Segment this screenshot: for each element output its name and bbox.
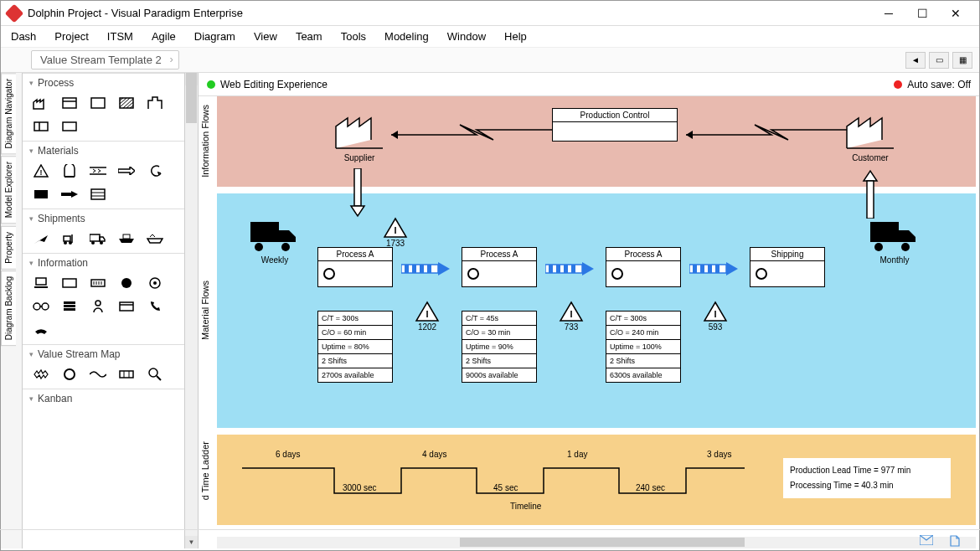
- stack-icon[interactable]: [61, 299, 78, 314]
- tab-diagram-backlog[interactable]: Diagram Backlog: [1, 270, 16, 346]
- production-control-box[interactable]: Production Control: [552, 108, 678, 142]
- hatched-box-icon[interactable]: [118, 95, 135, 111]
- fifo-lane-icon[interactable]: [90, 163, 106, 178]
- menu-help[interactable]: Help: [504, 30, 527, 43]
- card-icon[interactable]: [118, 299, 135, 314]
- tab-property[interactable]: Property: [1, 226, 16, 270]
- process-box-shipping[interactable]: Shipping: [750, 247, 825, 287]
- close-button[interactable]: ✕: [939, 2, 972, 25]
- process-box-3[interactable]: Process A: [606, 247, 681, 287]
- data-box-3[interactable]: C/T = 300s C/O = 240 min Uptime = 100% 2…: [606, 311, 681, 383]
- outside-source-icon[interactable]: [147, 95, 163, 111]
- data-cell-icon[interactable]: [33, 119, 49, 134]
- person-icon[interactable]: [90, 299, 106, 314]
- tab-model-explorer[interactable]: Model Explorer: [1, 156, 16, 224]
- withdrawal-loop-icon[interactable]: [147, 163, 163, 178]
- breadcrumb[interactable]: Value Stream Template 2: [31, 50, 179, 70]
- customer-factory[interactable]: [845, 115, 895, 150]
- go-see-icon[interactable]: [147, 367, 163, 382]
- inventory-4[interactable]: I 593: [703, 301, 728, 332]
- diagram-canvas[interactable]: Information Flows Material Flows d Time …: [199, 96, 979, 548]
- menu-agile[interactable]: Agile: [152, 30, 176, 43]
- svg-point-35: [42, 303, 49, 310]
- push-arrow-3[interactable]: [689, 260, 740, 277]
- palette-scroll-thumb[interactable]: [186, 73, 197, 123]
- wave-icon[interactable]: [90, 367, 106, 382]
- phone-icon[interactable]: [147, 299, 163, 314]
- lane-label-ladder: d Time Ladder: [200, 441, 210, 500]
- canvas-area: Web Editing Experience Auto save: Off In…: [199, 73, 979, 548]
- blank-box2-icon[interactable]: [61, 119, 78, 134]
- glasses-icon[interactable]: [33, 299, 49, 314]
- svg-point-43: [64, 369, 75, 379]
- ship-icon[interactable]: [118, 231, 135, 246]
- menu-view[interactable]: View: [254, 30, 277, 43]
- minimize-button[interactable]: ─: [872, 2, 905, 25]
- supermarket-icon[interactable]: [33, 187, 49, 202]
- forklift-icon[interactable]: [61, 231, 78, 246]
- svg-rect-66: [420, 265, 424, 273]
- mail-icon[interactable]: [920, 535, 933, 547]
- process-icon[interactable]: [61, 95, 78, 111]
- toolbar-icon-2[interactable]: ▭: [929, 52, 949, 69]
- process-box-2[interactable]: Process A: [462, 247, 537, 287]
- palette-scrollbar[interactable]: ▲ ▼: [184, 73, 198, 548]
- info-arrow-left[interactable]: [384, 121, 552, 143]
- rect-icon[interactable]: [61, 276, 78, 291]
- info-arrow-right[interactable]: [679, 121, 847, 143]
- inventory-3[interactable]: I 733: [559, 301, 584, 332]
- keyboard-icon[interactable]: [90, 276, 106, 291]
- push-arrow-2[interactable]: [545, 260, 596, 277]
- kaizen-burst-icon[interactable]: [33, 367, 49, 382]
- menu-window[interactable]: Window: [447, 30, 486, 43]
- tab-diagram-navigator[interactable]: Diagram Navigator: [1, 73, 16, 154]
- palette-header-materials[interactable]: Materials: [23, 142, 198, 160]
- menu-team[interactable]: Team: [296, 30, 322, 43]
- connector-icon[interactable]: [61, 187, 78, 202]
- timeline-summary-box[interactable]: Production Lead Time = 977 min Processin…: [783, 458, 951, 498]
- supplier-factory[interactable]: [334, 115, 384, 150]
- menu-modeling[interactable]: Modeling: [384, 30, 429, 43]
- truck-inbound[interactable]: [250, 219, 297, 252]
- data-box-2[interactable]: C/T = 45s C/O = 30 min Uptime = 90% 2 Sh…: [462, 311, 537, 383]
- svg-rect-52: [867, 181, 874, 219]
- boat-icon[interactable]: [147, 231, 163, 246]
- laptop-icon[interactable]: [33, 276, 49, 291]
- menu-project[interactable]: Project: [54, 30, 88, 43]
- inventory-1[interactable]: I 1733: [383, 217, 408, 248]
- toolbar-icon-3[interactable]: ▦: [952, 52, 972, 69]
- plane-icon[interactable]: [33, 231, 49, 246]
- document-icon[interactable]: [950, 535, 963, 547]
- phone2-icon[interactable]: [33, 322, 49, 337]
- factory-icon[interactable]: [33, 95, 49, 111]
- status-text-left: Web Editing Experience: [220, 79, 328, 90]
- blank-box-icon[interactable]: [90, 95, 106, 111]
- push-arrow-icon[interactable]: [118, 163, 135, 178]
- safety-stock-icon[interactable]: [61, 163, 78, 178]
- operator-icon[interactable]: [61, 367, 78, 382]
- palette-header-shipments[interactable]: Shipments: [23, 209, 198, 228]
- dot-filled-icon[interactable]: [118, 276, 135, 291]
- palette-header-information[interactable]: Information: [23, 254, 198, 272]
- push-arrow-1[interactable]: [401, 260, 451, 277]
- maximize-button[interactable]: ☐: [905, 2, 939, 25]
- menu-diagram[interactable]: Diagram: [194, 30, 235, 43]
- menu-tools[interactable]: Tools: [341, 30, 366, 43]
- rows-icon[interactable]: [90, 187, 106, 202]
- truck-icon[interactable]: [90, 231, 106, 246]
- menu-dash[interactable]: Dash: [11, 30, 36, 43]
- up-arrow-customer[interactable]: [862, 168, 879, 219]
- truck-outbound[interactable]: [870, 219, 917, 252]
- down-arrow-supplier[interactable]: [349, 168, 366, 219]
- load-leveling-icon[interactable]: [118, 367, 135, 382]
- dot-outline-icon[interactable]: [147, 276, 163, 291]
- process-box-1[interactable]: Process A: [317, 247, 393, 287]
- inventory-2[interactable]: I 1202: [415, 301, 440, 332]
- menu-itsm[interactable]: ITSM: [107, 30, 133, 43]
- data-box-1[interactable]: C/T = 300s C/O = 60 min Uptime = 80% 2 S…: [317, 311, 393, 383]
- palette-header-process[interactable]: Process: [23, 74, 198, 92]
- toolbar-icon-1[interactable]: ◄: [905, 52, 926, 69]
- palette-header-vsm[interactable]: Value Stream Map: [23, 345, 198, 363]
- inventory-icon[interactable]: !: [33, 163, 49, 178]
- palette-header-kanban[interactable]: Kanban: [23, 389, 198, 408]
